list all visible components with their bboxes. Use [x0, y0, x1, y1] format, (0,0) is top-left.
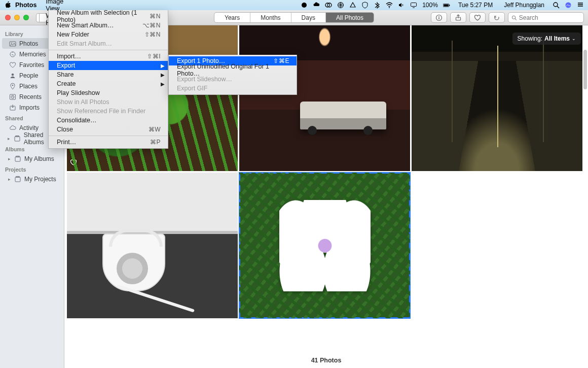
siri-triangle-icon[interactable] [349, 2, 356, 9]
file-menu-item-7[interactable]: Share▶ [49, 70, 168, 79]
file-menu-item-6[interactable]: Export▶ [49, 61, 168, 70]
export-submenu: Export 1 Photo…⇧⌘EExport Unmodified Orig… [168, 55, 297, 95]
photo-thumbnail[interactable] [239, 173, 410, 318]
chevron-down-icon: ⌄ [572, 36, 576, 41]
file-menu-item-12[interactable]: Consolidate… [49, 116, 168, 125]
menu-clock[interactable]: Tue 5:27 PM [458, 2, 493, 9]
svg-rect-5 [411, 3, 417, 7]
wifi-icon[interactable] [386, 2, 393, 9]
file-menu-item-1[interactable]: New Smart Album…⌥⌘N [49, 21, 168, 30]
file-menu-item-11: Show Referenced File in Finder [49, 107, 168, 116]
svg-point-12 [438, 16, 439, 17]
file-menu-item-0[interactable]: New Album with Selection (1 Photo)⌘N [49, 12, 168, 21]
volume-icon[interactable] [398, 2, 405, 9]
segment-all-photos[interactable]: All Photos [326, 13, 374, 22]
file-menu-item-8[interactable]: Create▶ [49, 79, 168, 88]
sidebar-item-label: My Albums [24, 155, 54, 162]
apple-menu-icon[interactable] [4, 2, 11, 9]
submenu-arrow-icon: ▶ [161, 72, 165, 78]
file-menu-item-3: Edit Smart Album… [49, 39, 168, 48]
file-menu-item-5[interactable]: Import…⇧⌘I [49, 52, 168, 61]
submenu-arrow-icon: ▶ [161, 81, 165, 87]
import-icon [9, 104, 16, 111]
svg-point-9 [554, 3, 558, 7]
footer-count: 41 Photos [64, 357, 588, 364]
file-menu-item-label: Create [57, 80, 76, 87]
segment-days[interactable]: Days [291, 13, 326, 22]
photo-thumbnail[interactable] [67, 173, 238, 318]
showing-value: All Items [544, 35, 570, 42]
window-minimize-button[interactable] [14, 15, 20, 20]
app-title[interactable]: Photos [15, 2, 36, 9]
segment-years[interactable]: Years [214, 13, 250, 22]
shortcut: ⌘P [150, 139, 161, 146]
status-icons: 100% Tue 5:27 PM Jeff Phungglan [301, 2, 584, 9]
pin-icon [9, 83, 16, 90]
svg-point-4 [389, 7, 390, 8]
rotate-button[interactable] [489, 12, 505, 23]
menu-image[interactable]: Image [42, 0, 72, 5]
sidebar-item-my-projects[interactable]: ▸My Projects [2, 174, 62, 184]
scrollbar-thumb[interactable] [583, 50, 587, 89]
file-menu-item-label: Import… [57, 53, 81, 60]
search-field[interactable] [508, 12, 584, 23]
sidebar-item-my-albums[interactable]: ▸My Albums [2, 153, 62, 164]
export-menu-item-label: Export GIF [177, 85, 207, 92]
siri-icon[interactable] [565, 2, 572, 9]
sidebar-item-label: Photos [19, 40, 38, 47]
export-menu-item-label: Export Slideshow… [177, 76, 232, 83]
disclosure-triangle-icon[interactable]: ▸ [7, 136, 11, 141]
view-segmented-control: YearsMonthsDaysAll Photos [214, 12, 374, 23]
cloud-icon [9, 124, 16, 131]
info-button[interactable] [431, 12, 447, 23]
shortcut: ⌥⌘N [142, 22, 161, 29]
sidebar-item-label: People [19, 72, 38, 79]
photo-thumbnail[interactable] [412, 25, 582, 171]
window-zoom-button[interactable] [23, 15, 29, 20]
shield-status-icon[interactable] [361, 2, 369, 9]
memories-icon [9, 51, 16, 58]
segment-months[interactable]: Months [250, 13, 291, 22]
menu-user[interactable]: Jeff Phungglan [504, 2, 544, 9]
export-menu-item-3: Export GIF [169, 84, 297, 93]
display-icon[interactable] [410, 2, 417, 9]
album-icon [14, 176, 21, 183]
bluetooth-icon[interactable] [374, 2, 381, 9]
battery-icon[interactable] [443, 2, 450, 9]
file-menu-item-13[interactable]: Close⌘W [49, 125, 168, 134]
window-close-button[interactable] [5, 15, 11, 20]
globe-status-icon[interactable] [337, 2, 344, 9]
spotlight-search-icon[interactable] [553, 2, 560, 9]
file-menu-item-label: Play Slideshow [57, 89, 100, 96]
file-menu-item-2[interactable]: New Folder⇧⌘N [49, 30, 168, 39]
spotlight-dot-icon[interactable] [301, 2, 308, 9]
disclosure-triangle-icon[interactable]: ▸ [7, 156, 11, 161]
search-icon [511, 15, 517, 21]
file-menu-item-label: New Folder [57, 31, 89, 38]
photo-thumbnail[interactable] [239, 25, 410, 171]
file-menu-item-label: Print… [57, 139, 76, 146]
disclosure-triangle-icon[interactable]: ▸ [7, 177, 11, 182]
cloud-status-icon[interactable] [313, 2, 320, 9]
file-menu-item-label: Show Referenced File in Finder [57, 108, 145, 115]
file-menu-item-9[interactable]: Play Slideshow [49, 88, 168, 97]
file-menu-item-15[interactable]: Print…⌘P [49, 138, 168, 147]
share-button[interactable] [450, 12, 466, 23]
svg-point-0 [302, 3, 307, 8]
file-menu-item-label: New Smart Album… [57, 22, 114, 29]
svg-point-17 [11, 43, 12, 44]
shortcut: ⌘N [150, 13, 161, 20]
notification-center-icon[interactable] [577, 2, 584, 9]
file-menu: New Album with Selection (1 Photo)⌘NNew … [48, 10, 168, 149]
showing-filter[interactable]: Showing: All Items ⌄ [512, 32, 581, 45]
sidebar-item-label: My Projects [24, 176, 56, 183]
search-input[interactable] [519, 14, 580, 21]
sidebar-item-label: Imports [19, 104, 40, 111]
export-menu-item-1[interactable]: Export Unmodified Original For 1 Photo… [169, 65, 297, 75]
favorite-button[interactable] [469, 12, 486, 23]
photos-icon [9, 40, 16, 47]
file-menu-item-label: Export [57, 62, 75, 69]
cc-status-icon[interactable] [325, 2, 332, 9]
heart-icon [9, 61, 16, 69]
window-controls [0, 15, 29, 20]
